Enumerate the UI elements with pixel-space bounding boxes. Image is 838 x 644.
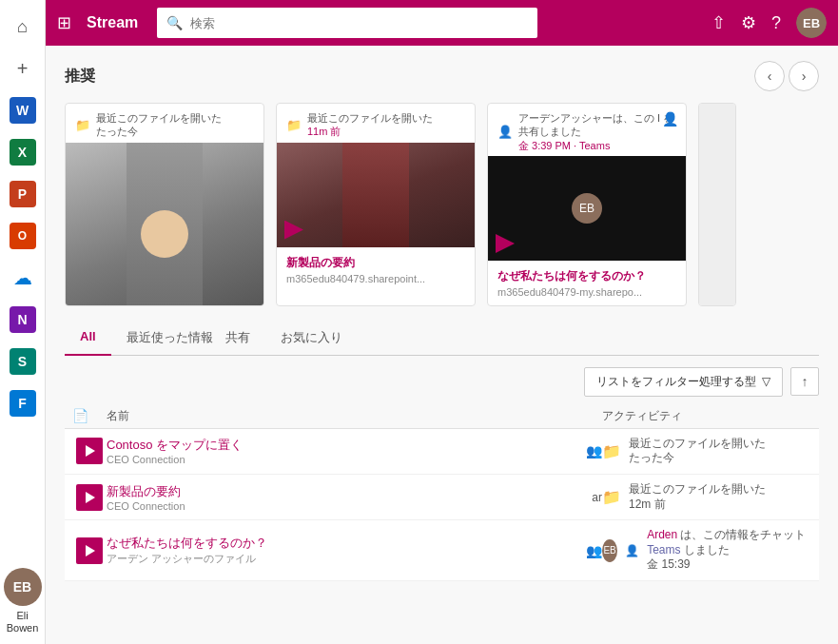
recommended-section: 推奨 ‹ › 📁 最近このファイルを開いた たった今 <box>46 46 838 306</box>
activity-line1-2: 最近このファイルを開いた <box>629 482 766 498</box>
search-box[interactable]: 🔍 <box>157 8 537 38</box>
filter-label: リストをフィルター処理する型 <box>596 374 756 390</box>
file-row-3[interactable]: なぜ私たちは何をするのか？ アーデン アッシャーのファイル 👥 EB 👤 Ard… <box>65 520 819 581</box>
share-icon[interactable]: ⇧ <box>711 12 726 33</box>
card-3-title: なぜ私たちは何をするのか？ <box>497 268 676 284</box>
video-card-3[interactable]: 👤 アーデンアッシャーは、この I を共有しました 金 3:39 PM · Te… <box>487 103 687 306</box>
tab-recent[interactable]: 最近使った情報 共有 <box>111 322 265 356</box>
people-badge-row1: 👥 <box>586 443 602 459</box>
card-1-header: 📁 最近このファイルを開いた たった今 <box>66 104 263 143</box>
video-card-2[interactable]: 📁 最近このファイルを開いた 11m 前 新製品の要約 m365edu84047… <box>276 103 476 306</box>
card-2-header-line1: 最近このファイルを開いた <box>307 111 433 125</box>
activity-line1-3: Arden は、この情報をチャット Teams しました <box>647 528 811 557</box>
card-1-header-line2: たった今 <box>96 125 222 138</box>
file-sub-2: CEO Connection <box>107 500 576 512</box>
sidebar-item-onenote[interactable]: N <box>4 301 42 339</box>
video-card-1[interactable]: 📁 最近このファイルを開いた たった今 Contoso をマップに置く <box>65 103 264 306</box>
file-badges-3: 👥 <box>586 543 602 558</box>
file-badges-2: ar <box>584 491 602 504</box>
card-2-body: 新製品の要約 m365edu840479.sharepoint... <box>277 247 475 292</box>
people-badge-3: 👤 <box>662 111 678 127</box>
files-icon: F <box>10 390 36 417</box>
sidebar-item-outlook[interactable]: O <box>4 217 42 255</box>
prev-arrow[interactable]: ‹ <box>754 61 785 91</box>
card-3-header-line1: アーデンアッシャーは、この I を共有しました <box>518 111 676 139</box>
card-2-url: m365edu840479.sharepoint... <box>286 273 465 284</box>
card-2-thumbnail <box>277 143 475 247</box>
next-arrow[interactable]: › <box>789 61 819 91</box>
row3-avatar: EB <box>602 539 617 562</box>
search-input[interactable] <box>190 16 528 30</box>
play-icon-2 <box>284 221 303 240</box>
waffle-icon[interactable]: ⊞ <box>57 12 71 33</box>
sidebar-item-home[interactable]: ⌂ <box>4 8 42 46</box>
col-name-header: 名前 <box>107 408 602 424</box>
video-card-4[interactable] <box>698 103 736 306</box>
home-icon: ⌂ <box>17 17 28 37</box>
tabs-section: All 最近使った情報 共有 お気に入り リストをフィルター処理する型 ▽ ↑ … <box>46 306 838 581</box>
extra-badge-2: ar <box>592 491 602 504</box>
file-icon-header: 📄 <box>72 408 88 423</box>
activity-folder-1: 📁 <box>602 442 621 460</box>
tab-all[interactable]: All <box>65 322 111 356</box>
sidebar: ⌂ + W X P O ☁ N S F EB Eli Bowen <box>0 0 46 644</box>
file-row-1[interactable]: Contoso をマップに置く CEO Connection 👥 📁 最近このフ… <box>65 429 819 475</box>
card-2-header: 📁 最近このファイルを開いた 11m 前 <box>277 104 475 143</box>
activity-text-1: 最近このファイルを開いた たった今 <box>629 437 766 466</box>
sidebar-item-files[interactable]: F <box>4 384 42 422</box>
file-list-header: 📄 名前 アクティビティ <box>65 404 819 429</box>
sidebar-user-avatar[interactable]: EB <box>4 568 42 606</box>
sidebar-user-section: EB Eli Bowen <box>0 568 45 644</box>
search-icon: 🔍 <box>166 15 183 30</box>
sidebar-item-onedrive[interactable]: ☁ <box>4 259 42 297</box>
card3-avatar: EB <box>572 193 602 224</box>
file-info-3: なぜ私たちは何をするのか？ アーデン アッシャーのファイル <box>107 535 586 566</box>
activity-line2-2: 12m 前 <box>629 498 766 513</box>
user-avatar[interactable]: EB <box>796 8 827 38</box>
file-row-2[interactable]: 新製品の要約 CEO Connection ar 📁 最近このファイルを開いた … <box>65 475 819 520</box>
tabs-bar: All 最近使った情報 共有 お気に入り <box>65 322 819 356</box>
card-2-header-text: 最近このファイルを開いた 11m 前 <box>307 111 433 139</box>
onedrive-icon: ☁ <box>13 266 32 289</box>
help-icon[interactable]: ? <box>771 13 781 33</box>
card-2-title: 新製品の要約 <box>286 255 465 271</box>
file-thumb-3 <box>72 537 107 564</box>
col-icon-header: 📄 <box>72 408 107 424</box>
sidebar-item-word[interactable]: W <box>4 91 42 129</box>
people-badge-row3: 👥 <box>586 543 602 558</box>
card-3-body: なぜ私たちは何をするのか？ m365edu840479-my.sharepo..… <box>488 261 686 305</box>
app-title: Stream <box>87 14 138 31</box>
section-title: 推奨 <box>65 67 95 87</box>
folder-icon-2: 📁 <box>286 118 302 132</box>
file-badges-1: 👥 <box>586 443 602 459</box>
file-thumb-1 <box>72 438 107 464</box>
powerpoint-icon: P <box>10 181 36 207</box>
file-activity-3: EB 👤 Arden は、この情報をチャット Teams しました 金 15:3… <box>602 528 811 573</box>
filter-button[interactable]: リストをフィルター処理する型 ▽ <box>584 367 783 397</box>
sort-button[interactable]: ↑ <box>790 367 819 396</box>
file-info-1: Contoso をマップに置く CEO Connection <box>107 437 586 465</box>
activity-line1-1: 最近このファイルを開いた <box>629 437 766 452</box>
sidebar-item-sharepoint[interactable]: S <box>4 342 42 381</box>
play-thumb-3 <box>76 537 103 564</box>
activity-folder-2: 📁 <box>602 488 621 506</box>
card-3-thumbnail: EB <box>488 156 686 261</box>
file-activity-1: 📁 最近このファイルを開いた たった今 <box>602 437 811 466</box>
play-icon-row2 <box>86 492 95 503</box>
sidebar-item-powerpoint[interactable]: P <box>4 175 42 213</box>
file-thumb-2 <box>72 484 107 511</box>
file-info-2: 新製品の要約 CEO Connection <box>107 483 584 512</box>
sidebar-item-excel[interactable]: X <box>4 133 42 171</box>
card-3-header-line2: 金 3:39 PM · Teams <box>518 139 676 152</box>
people-icon-3: 👤 <box>497 125 513 139</box>
main-area: ⊞ Stream 🔍 ⇧ ⚙ ? EB 推奨 ‹ › <box>46 0 838 644</box>
file-sub-3: アーデン アッシャーのファイル <box>107 552 578 566</box>
activity-text-3: Arden は、この情報をチャット Teams しました 金 15:39 <box>647 528 811 573</box>
settings-icon[interactable]: ⚙ <box>741 12 756 33</box>
topnav-actions: ⇧ ⚙ ? EB <box>711 8 827 38</box>
tab-favorites[interactable]: お気に入り <box>265 322 358 356</box>
card-1-thumbnail <box>66 143 263 306</box>
sidebar-item-add[interactable]: + <box>4 49 42 88</box>
card-3-url: m365edu840479-my.sharepo... <box>497 286 676 298</box>
card-3-header-text: アーデンアッシャーは、この I を共有しました 金 3:39 PM · Team… <box>518 111 676 152</box>
